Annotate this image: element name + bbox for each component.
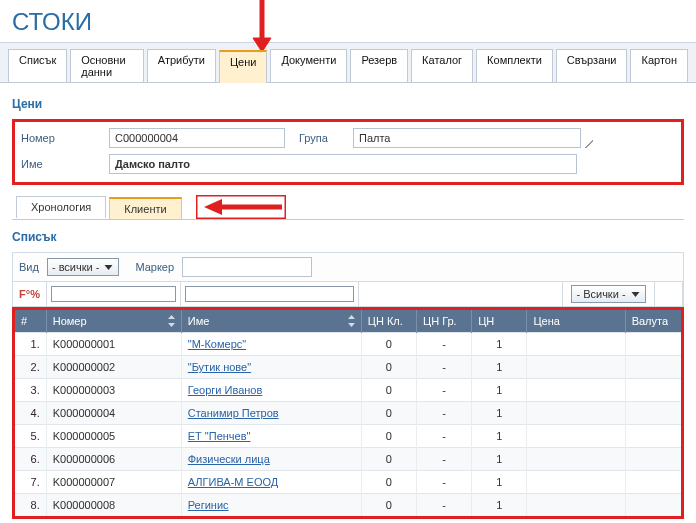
filter-number-input[interactable] — [51, 286, 176, 302]
row-cn-client: 0 — [361, 448, 416, 471]
row-index: 4. — [14, 402, 47, 425]
row-name-link[interactable]: "М-Комерс" — [188, 338, 246, 350]
row-index: 1. — [14, 333, 47, 356]
table-row[interactable]: 4.K000000004Станимир Петров0-1 — [14, 402, 683, 425]
row-price[interactable] — [527, 379, 625, 402]
row-name-link[interactable]: "Бутик нове" — [188, 361, 251, 373]
row-currency — [625, 494, 682, 518]
number-field[interactable] — [109, 128, 285, 148]
tab-картон[interactable]: Картон — [630, 49, 688, 82]
row-number: K000000005 — [46, 425, 181, 448]
row-cn-client: 0 — [361, 333, 416, 356]
filter-function-button[interactable]: F°% — [13, 282, 47, 307]
subtab-хронология[interactable]: Хронология — [16, 196, 106, 218]
col-cn-client[interactable]: ЦН Кл. — [361, 309, 416, 333]
scope-filter-select[interactable]: - Всички - — [571, 285, 645, 303]
col-name[interactable]: Име — [188, 315, 210, 327]
table-row[interactable]: 1.K000000001"М-Комерс"0-1 — [14, 333, 683, 356]
row-price[interactable] — [527, 425, 625, 448]
svg-marker-10 — [348, 323, 355, 327]
subtab-клиенти[interactable]: Клиенти — [109, 197, 181, 219]
table-row[interactable]: 7.K000000007АЛГИВА-М ЕООД0-1 — [14, 471, 683, 494]
svg-marker-6 — [631, 292, 639, 297]
row-price[interactable] — [527, 471, 625, 494]
row-cn-client: 0 — [361, 425, 416, 448]
type-filter-value: - всички - — [52, 261, 100, 273]
row-currency — [625, 402, 682, 425]
prices-section-title: Цени — [12, 97, 684, 111]
row-cn: 1 — [472, 471, 527, 494]
group-field[interactable] — [353, 128, 581, 148]
table-row[interactable]: 2.K000000002"Бутик нове"0-1 — [14, 356, 683, 379]
name-field[interactable] — [109, 154, 577, 174]
row-cn-group: - — [417, 333, 472, 356]
tab-списък[interactable]: Списък — [8, 49, 67, 82]
row-cn-group: - — [417, 402, 472, 425]
row-cn-client: 0 — [361, 402, 416, 425]
marker-filter-label: Маркер — [135, 261, 174, 273]
col-currency[interactable]: Валута — [625, 309, 682, 333]
tab-цени[interactable]: Цени — [219, 50, 267, 83]
annotation-arrow-right-icon — [196, 195, 286, 219]
col-index[interactable]: # — [21, 315, 27, 327]
sub-tabs: ХронологияКлиенти — [12, 196, 182, 218]
row-price[interactable] — [527, 402, 625, 425]
type-filter-select[interactable]: - всички - — [47, 258, 120, 276]
filter-bar: Вид - всички - Маркер — [12, 252, 684, 282]
row-number: K000000004 — [46, 402, 181, 425]
page-title: СТОКИ — [0, 0, 696, 43]
row-price[interactable] — [527, 356, 625, 379]
svg-marker-8 — [168, 323, 175, 327]
tab-свързани[interactable]: Свързани — [556, 49, 628, 82]
filter-end-cell — [655, 282, 683, 307]
row-cn-client: 0 — [361, 356, 416, 379]
tab-основни данни[interactable]: Основни данни — [70, 49, 144, 82]
main-tabs: СписъкОсновни данниАтрибутиЦениДокументи… — [0, 43, 696, 83]
number-label: Номер — [21, 132, 109, 144]
tab-резерв[interactable]: Резерв — [350, 49, 408, 82]
row-price[interactable] — [527, 448, 625, 471]
row-name-link[interactable]: АЛГИВА-М ЕООД — [188, 476, 279, 488]
row-currency — [625, 448, 682, 471]
resize-handle-icon[interactable] — [583, 138, 593, 148]
table-row[interactable]: 3.K000000003Георги Иванов0-1 — [14, 379, 683, 402]
tab-атрибути[interactable]: Атрибути — [147, 49, 216, 82]
row-cn: 1 — [472, 494, 527, 518]
col-cn[interactable]: ЦН — [472, 309, 527, 333]
row-cn-group: - — [417, 356, 472, 379]
col-number[interactable]: Номер — [53, 315, 87, 327]
row-name-link[interactable]: Станимир Петров — [188, 407, 279, 419]
name-label: Име — [21, 158, 109, 170]
table-row[interactable]: 5.K000000005ЕТ "Пенчев"0-1 — [14, 425, 683, 448]
row-price[interactable] — [527, 333, 625, 356]
row-number: K000000008 — [46, 494, 181, 518]
row-cn: 1 — [472, 379, 527, 402]
row-currency — [625, 425, 682, 448]
row-price[interactable] — [527, 494, 625, 518]
row-name-link[interactable]: Георги Иванов — [188, 384, 263, 396]
sort-icon[interactable] — [346, 314, 357, 328]
tab-комплекти[interactable]: Комплекти — [476, 49, 553, 82]
tab-каталог[interactable]: Каталог — [411, 49, 473, 82]
row-currency — [625, 356, 682, 379]
row-name-link[interactable]: Регинис — [188, 499, 229, 511]
marker-filter-input[interactable] — [182, 257, 312, 277]
tab-документи[interactable]: Документи — [270, 49, 347, 82]
column-filter-row: F°% - Всички - — [12, 282, 684, 307]
row-cn-group: - — [417, 379, 472, 402]
table-row[interactable]: 8.K000000008Регинис0-1 — [14, 494, 683, 518]
row-name-link[interactable]: ЕТ "Пенчев" — [188, 430, 251, 442]
col-cn-group[interactable]: ЦН Гр. — [417, 309, 472, 333]
row-index: 2. — [14, 356, 47, 379]
type-filter-label: Вид — [19, 261, 39, 273]
row-number: K000000006 — [46, 448, 181, 471]
col-price[interactable]: Цена — [527, 309, 625, 333]
row-name-link[interactable]: Физически лица — [188, 453, 270, 465]
table-row[interactable]: 6.K000000006Физически лица0-1 — [14, 448, 683, 471]
row-cn-group: - — [417, 425, 472, 448]
row-cn: 1 — [472, 448, 527, 471]
svg-marker-4 — [204, 199, 222, 215]
filter-name-input[interactable] — [185, 286, 354, 302]
row-index: 6. — [14, 448, 47, 471]
sort-icon[interactable] — [166, 314, 177, 328]
